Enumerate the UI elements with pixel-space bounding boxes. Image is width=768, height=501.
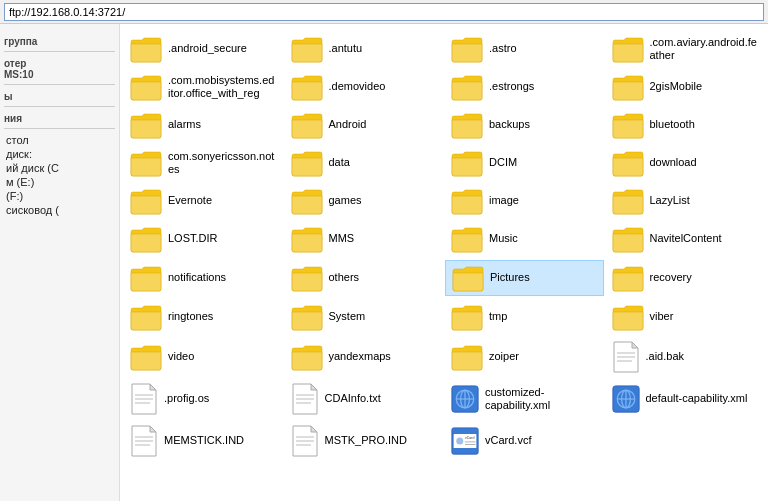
file-label: .antutu (329, 42, 363, 55)
file-item[interactable]: MMS (285, 222, 444, 256)
xml-icon (612, 383, 640, 415)
file-label: com.sonyericsson.notes (168, 150, 277, 176)
file-item[interactable]: .aid.bak (606, 338, 765, 376)
file-item[interactable]: vCard vCard.vcf (445, 422, 604, 460)
file-item[interactable]: zoiper (445, 338, 604, 376)
folder-icon (130, 225, 162, 253)
file-item[interactable]: LazyList (606, 184, 765, 218)
folder-icon (451, 303, 483, 331)
file-item[interactable]: LOST.DIR (124, 222, 283, 256)
file-item[interactable]: 2gisMobile (606, 70, 765, 104)
file-item[interactable]: System (285, 300, 444, 334)
address-input[interactable] (4, 3, 764, 21)
file-label: default-capability.xml (646, 392, 748, 405)
folder-icon (291, 149, 323, 177)
file-item[interactable]: viber (606, 300, 765, 334)
file-label: yandexmaps (329, 350, 391, 363)
doc-icon (612, 341, 640, 373)
file-item[interactable]: .antutu (285, 32, 444, 66)
file-label: .estrongs (489, 80, 534, 93)
sidebar-item-desktop[interactable]: стол (4, 133, 115, 147)
file-item[interactable]: bluetooth (606, 108, 765, 142)
file-item[interactable]: CDAInfo.txt (285, 380, 444, 418)
file-item[interactable]: backups (445, 108, 604, 142)
file-item[interactable]: Music (445, 222, 604, 256)
xml-icon (451, 383, 479, 415)
sidebar: группа отерMS:10 ы ния стол диск: ий дис… (0, 24, 120, 501)
file-item[interactable]: .com.aviary.android.feather (606, 32, 765, 66)
file-item[interactable]: Evernote (124, 184, 283, 218)
file-label: CDAInfo.txt (325, 392, 381, 405)
folder-icon (451, 187, 483, 215)
file-grid: .android_secure .antutu .astro .com.avia… (124, 32, 764, 460)
file-item[interactable]: NavitelContent (606, 222, 765, 256)
file-item[interactable]: video (124, 338, 283, 376)
sidebar-item-edisk[interactable]: м (E:) (4, 175, 115, 189)
file-item[interactable]: Pictures (445, 260, 604, 296)
doc-icon (130, 383, 158, 415)
sidebar-section-other: отерMS:10 (4, 58, 115, 80)
file-item[interactable]: MEMSTICK.IND (124, 422, 283, 460)
file-item[interactable]: com.sonyericsson.notes (124, 146, 283, 180)
file-label: .com.aviary.android.feather (650, 36, 759, 62)
file-label: .profig.os (164, 392, 209, 405)
file-label: video (168, 350, 194, 363)
file-item[interactable]: download (606, 146, 765, 180)
folder-icon (612, 303, 644, 331)
file-item[interactable]: .astro (445, 32, 604, 66)
folder-icon (130, 73, 162, 101)
file-label: MSTK_PRO.IND (325, 434, 408, 447)
file-label: notifications (168, 271, 226, 284)
file-item[interactable]: ringtones (124, 300, 283, 334)
file-item[interactable]: others (285, 260, 444, 296)
file-item[interactable]: .estrongs (445, 70, 604, 104)
file-item[interactable]: default-capability.xml (606, 380, 765, 418)
file-item[interactable]: data (285, 146, 444, 180)
file-item[interactable]: .com.mobisystems.editor.office_with_reg (124, 70, 283, 104)
file-label: .demovideo (329, 80, 386, 93)
folder-icon (291, 35, 323, 63)
doc-icon (291, 425, 319, 457)
file-label: tmp (489, 310, 507, 323)
file-label: viber (650, 310, 674, 323)
file-item[interactable]: Android (285, 108, 444, 142)
file-item[interactable]: .profig.os (124, 380, 283, 418)
file-item[interactable]: image (445, 184, 604, 218)
file-item[interactable]: customized-capability.xml (445, 380, 604, 418)
file-item[interactable]: yandexmaps (285, 338, 444, 376)
sidebar-item-disk[interactable]: диск: (4, 147, 115, 161)
file-item[interactable]: tmp (445, 300, 604, 334)
sidebar-item-fdisk[interactable]: (F:) (4, 189, 115, 203)
file-item[interactable]: .demovideo (285, 70, 444, 104)
folder-icon (130, 111, 162, 139)
sidebar-item-cdisk[interactable]: ий диск (С (4, 161, 115, 175)
file-label: 2gisMobile (650, 80, 703, 93)
file-area: .android_secure .antutu .astro .com.avia… (120, 24, 768, 501)
folder-icon (612, 264, 644, 292)
sidebar-section-group: группа (4, 36, 115, 47)
folder-icon (612, 149, 644, 177)
file-item[interactable]: DCIM (445, 146, 604, 180)
folder-icon (130, 149, 162, 177)
file-item[interactable]: alarms (124, 108, 283, 142)
file-item[interactable]: recovery (606, 260, 765, 296)
file-label: .android_secure (168, 42, 247, 55)
folder-icon (291, 111, 323, 139)
folder-icon (291, 225, 323, 253)
file-item[interactable]: notifications (124, 260, 283, 296)
file-label: Music (489, 232, 518, 245)
folder-icon (451, 111, 483, 139)
folder-icon (291, 264, 323, 292)
folder-icon (291, 73, 323, 101)
folder-icon (612, 111, 644, 139)
file-label: bluetooth (650, 118, 695, 131)
file-item[interactable]: MSTK_PRO.IND (285, 422, 444, 460)
file-label: DCIM (489, 156, 517, 169)
sidebar-item-drive[interactable]: сисковод ( (4, 203, 115, 217)
file-label: System (329, 310, 366, 323)
file-label: backups (489, 118, 530, 131)
file-label: LazyList (650, 194, 690, 207)
file-item[interactable]: .android_secure (124, 32, 283, 66)
file-item[interactable]: games (285, 184, 444, 218)
folder-icon (291, 303, 323, 331)
